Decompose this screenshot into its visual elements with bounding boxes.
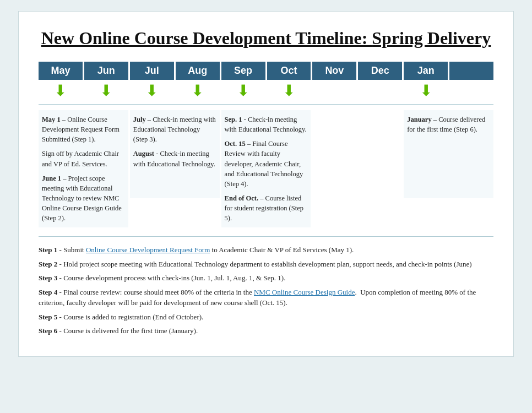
month-jun: Jun bbox=[84, 62, 128, 80]
month-sep: Sep bbox=[221, 62, 265, 80]
content-nov-dec bbox=[312, 110, 402, 198]
jan-event: January – Course delivered for the first… bbox=[407, 115, 490, 134]
arrow-aug: ⬇ bbox=[176, 82, 220, 100]
arrow-jan: ⬇ bbox=[404, 82, 448, 100]
arrow-jun: ⬇ bbox=[84, 82, 128, 100]
july-event: July – Check-in meeting with Educational… bbox=[133, 115, 216, 144]
page-title: New Online Course Development Timeline: … bbox=[39, 28, 493, 48]
arrow-may: ⬇ bbox=[39, 82, 83, 100]
content-jul-aug: July – Check-in meeting with Educational… bbox=[130, 110, 220, 198]
content-may-jun: May 1 – Online Course Development Reques… bbox=[39, 110, 128, 227]
title-highlight: Spring Delivery bbox=[372, 28, 491, 48]
content-jan: January – Course delivered for the first… bbox=[404, 110, 493, 198]
step4-text: Step 4 - Final course review: course sho… bbox=[39, 287, 493, 308]
step3-text: Step 3 - Course development process with… bbox=[39, 273, 493, 284]
arrow-oct: ⬇ bbox=[267, 82, 311, 100]
oct15-event: Oct. 15 – Final Course Review with facul… bbox=[225, 139, 308, 189]
sep1-event: Sep. 1 - Check-in meeting with Education… bbox=[225, 115, 308, 134]
arrows-row: ⬇ ⬇ ⬇ ⬇ ⬇ ⬇ ⬇ ⬇ ⬇ ⬇ bbox=[39, 82, 493, 100]
month-aug: Aug bbox=[176, 62, 220, 80]
arrow-sep: ⬇ bbox=[221, 82, 265, 100]
page-container: New Online Course Development Timeline: … bbox=[18, 11, 514, 357]
month-dec: Dec bbox=[358, 62, 402, 80]
title-prefix: New Online Course Development Timeline: bbox=[41, 28, 372, 48]
step6-text: Step 6 - Course is delivered for the fir… bbox=[39, 325, 493, 336]
month-may: May bbox=[39, 62, 83, 80]
month-empty bbox=[449, 62, 493, 80]
steps-section: Step 1 - Submit Online Course Developmen… bbox=[39, 236, 493, 336]
step4-link[interactable]: NMC Online Course Design Guide bbox=[254, 288, 355, 296]
months-row: May Jun Jul Aug Sep Oct Nov Dec Jan bbox=[39, 62, 493, 80]
content-sep-oct: Sep. 1 - Check-in meeting with Education… bbox=[221, 110, 311, 227]
content-row: May 1 – Online Course Development Reques… bbox=[39, 104, 493, 227]
month-nov: Nov bbox=[312, 62, 356, 80]
step2-text: Step 2 - Hold project scope meeting with… bbox=[39, 259, 493, 270]
month-oct: Oct bbox=[267, 62, 311, 80]
step1-link[interactable]: Online Course Development Request Form bbox=[86, 246, 210, 254]
step5-text: Step 5 - Course is added to registration… bbox=[39, 312, 493, 323]
arrow-jul: ⬇ bbox=[130, 82, 174, 100]
june1-event: June 1 – Project scope meeting with Educ… bbox=[42, 173, 125, 224]
month-jul: Jul bbox=[130, 62, 174, 80]
end-oct-event: End of Oct. – Course listed for student … bbox=[225, 193, 308, 223]
month-jan: Jan bbox=[404, 62, 448, 80]
signoff-event: Sign off by Academic Chair and VP of Ed.… bbox=[42, 149, 125, 169]
step1-text: Step 1 - Submit Online Course Developmen… bbox=[39, 244, 493, 256]
august-event: August - Check-in meeting with Education… bbox=[133, 149, 216, 169]
may1-event: May 1 – Online Course Development Reques… bbox=[42, 115, 125, 144]
